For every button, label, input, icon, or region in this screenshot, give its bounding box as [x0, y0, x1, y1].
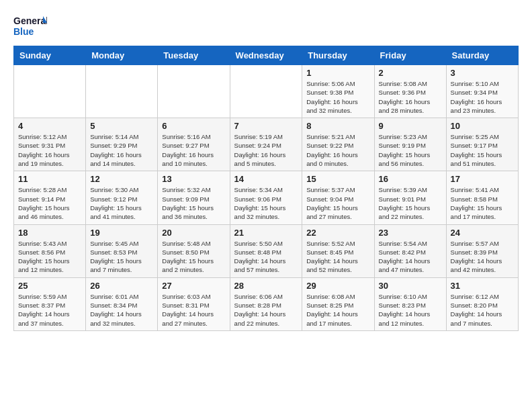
- calendar-cell: 2Sunrise: 5:08 AM Sunset: 9:36 PM Daylig…: [374, 65, 446, 118]
- logo: General Blue: [13, 13, 47, 39]
- day-info: Sunrise: 6:06 AM Sunset: 8:28 PM Dayligh…: [234, 292, 298, 328]
- calendar-cell: 16Sunrise: 5:39 AM Sunset: 9:01 PM Dayli…: [374, 171, 446, 224]
- day-info: Sunrise: 5:21 AM Sunset: 9:22 PM Dayligh…: [306, 132, 369, 168]
- day-info: Sunrise: 5:06 AM Sunset: 9:38 PM Dayligh…: [306, 79, 369, 115]
- day-info: Sunrise: 6:03 AM Sunset: 8:31 PM Dayligh…: [162, 292, 225, 328]
- day-number: 8: [306, 121, 369, 131]
- day-info: Sunrise: 5:16 AM Sunset: 9:27 PM Dayligh…: [162, 132, 225, 168]
- calendar-cell: 12Sunrise: 5:30 AM Sunset: 9:12 PM Dayli…: [86, 171, 158, 224]
- day-number: 29: [306, 281, 369, 291]
- calendar-cell: [14, 65, 86, 118]
- column-header-friday: Friday: [374, 46, 446, 65]
- day-number: 1: [306, 68, 369, 78]
- calendar-cell: 10Sunrise: 5:25 AM Sunset: 9:17 PM Dayli…: [446, 118, 518, 171]
- day-number: 23: [379, 228, 442, 238]
- day-info: Sunrise: 5:08 AM Sunset: 9:36 PM Dayligh…: [379, 79, 442, 115]
- day-info: Sunrise: 5:41 AM Sunset: 8:58 PM Dayligh…: [451, 185, 514, 221]
- day-number: 20: [162, 228, 225, 238]
- calendar-week-row: 18Sunrise: 5:43 AM Sunset: 8:56 PM Dayli…: [14, 224, 519, 277]
- page-header: General Blue: [13, 13, 519, 39]
- day-info: Sunrise: 5:59 AM Sunset: 8:37 PM Dayligh…: [18, 292, 81, 328]
- day-info: Sunrise: 5:30 AM Sunset: 9:12 PM Dayligh…: [90, 185, 153, 221]
- calendar-cell: 9Sunrise: 5:23 AM Sunset: 9:19 PM Daylig…: [374, 118, 446, 171]
- calendar-week-row: 11Sunrise: 5:28 AM Sunset: 9:14 PM Dayli…: [14, 171, 519, 224]
- calendar-header-row: SundayMondayTuesdayWednesdayThursdayFrid…: [14, 46, 519, 65]
- column-header-thursday: Thursday: [302, 46, 374, 65]
- day-info: Sunrise: 5:54 AM Sunset: 8:42 PM Dayligh…: [379, 239, 442, 275]
- calendar-cell: 31Sunrise: 6:12 AM Sunset: 8:20 PM Dayli…: [446, 277, 518, 330]
- calendar-week-row: 25Sunrise: 5:59 AM Sunset: 8:37 PM Dayli…: [14, 277, 519, 330]
- calendar-cell: 11Sunrise: 5:28 AM Sunset: 9:14 PM Dayli…: [14, 171, 86, 224]
- day-number: 7: [234, 121, 298, 131]
- day-number: 17: [451, 174, 514, 184]
- calendar-cell: 13Sunrise: 5:32 AM Sunset: 9:09 PM Dayli…: [158, 171, 230, 224]
- calendar-week-row: 4Sunrise: 5:12 AM Sunset: 9:31 PM Daylig…: [14, 118, 519, 171]
- calendar-cell: 1Sunrise: 5:06 AM Sunset: 9:38 PM Daylig…: [302, 65, 374, 118]
- column-header-wednesday: Wednesday: [230, 46, 302, 65]
- day-number: 25: [18, 281, 81, 291]
- calendar-table: SundayMondayTuesdayWednesdayThursdayFrid…: [13, 46, 519, 331]
- logo-svg: General Blue: [13, 13, 47, 39]
- day-info: Sunrise: 5:19 AM Sunset: 9:24 PM Dayligh…: [234, 132, 298, 168]
- day-number: 16: [379, 174, 442, 184]
- day-info: Sunrise: 5:57 AM Sunset: 8:39 PM Dayligh…: [451, 239, 514, 275]
- day-info: Sunrise: 5:12 AM Sunset: 9:31 PM Dayligh…: [18, 132, 81, 168]
- calendar-cell: 4Sunrise: 5:12 AM Sunset: 9:31 PM Daylig…: [14, 118, 86, 171]
- calendar-cell: 26Sunrise: 6:01 AM Sunset: 8:34 PM Dayli…: [86, 277, 158, 330]
- day-info: Sunrise: 5:45 AM Sunset: 8:53 PM Dayligh…: [90, 239, 153, 275]
- column-header-sunday: Sunday: [14, 46, 86, 65]
- day-number: 28: [234, 281, 298, 291]
- day-number: 10: [451, 121, 514, 131]
- calendar-cell: 6Sunrise: 5:16 AM Sunset: 9:27 PM Daylig…: [158, 118, 230, 171]
- calendar-cell: 21Sunrise: 5:50 AM Sunset: 8:48 PM Dayli…: [230, 224, 302, 277]
- day-number: 9: [379, 121, 442, 131]
- calendar-cell: [86, 65, 158, 118]
- day-info: Sunrise: 5:50 AM Sunset: 8:48 PM Dayligh…: [234, 239, 298, 275]
- calendar-cell: 7Sunrise: 5:19 AM Sunset: 9:24 PM Daylig…: [230, 118, 302, 171]
- day-number: 6: [162, 121, 225, 131]
- calendar-cell: 24Sunrise: 5:57 AM Sunset: 8:39 PM Dayli…: [446, 224, 518, 277]
- day-number: 13: [162, 174, 225, 184]
- calendar-cell: 15Sunrise: 5:37 AM Sunset: 9:04 PM Dayli…: [302, 171, 374, 224]
- svg-text:General: General: [13, 15, 47, 26]
- day-number: 12: [90, 174, 153, 184]
- calendar-cell: 25Sunrise: 5:59 AM Sunset: 8:37 PM Dayli…: [14, 277, 86, 330]
- day-number: 14: [234, 174, 298, 184]
- calendar-cell: 5Sunrise: 5:14 AM Sunset: 9:29 PM Daylig…: [86, 118, 158, 171]
- day-info: Sunrise: 6:08 AM Sunset: 8:25 PM Dayligh…: [306, 292, 369, 328]
- day-info: Sunrise: 5:28 AM Sunset: 9:14 PM Dayligh…: [18, 185, 81, 221]
- calendar-cell: 30Sunrise: 6:10 AM Sunset: 8:23 PM Dayli…: [374, 277, 446, 330]
- calendar-cell: [230, 65, 302, 118]
- column-header-saturday: Saturday: [446, 46, 518, 65]
- day-info: Sunrise: 5:34 AM Sunset: 9:06 PM Dayligh…: [234, 185, 298, 221]
- day-info: Sunrise: 6:12 AM Sunset: 8:20 PM Dayligh…: [451, 292, 514, 328]
- day-number: 30: [379, 281, 442, 291]
- calendar-cell: 20Sunrise: 5:48 AM Sunset: 8:50 PM Dayli…: [158, 224, 230, 277]
- day-info: Sunrise: 6:01 AM Sunset: 8:34 PM Dayligh…: [90, 292, 153, 328]
- day-info: Sunrise: 5:14 AM Sunset: 9:29 PM Dayligh…: [90, 132, 153, 168]
- day-number: 31: [451, 281, 514, 291]
- calendar-cell: 14Sunrise: 5:34 AM Sunset: 9:06 PM Dayli…: [230, 171, 302, 224]
- day-info: Sunrise: 5:23 AM Sunset: 9:19 PM Dayligh…: [379, 132, 442, 168]
- day-number: 15: [306, 174, 369, 184]
- day-info: Sunrise: 6:10 AM Sunset: 8:23 PM Dayligh…: [379, 292, 442, 328]
- svg-text:Blue: Blue: [13, 26, 34, 37]
- calendar-cell: 22Sunrise: 5:52 AM Sunset: 8:45 PM Dayli…: [302, 224, 374, 277]
- day-number: 26: [90, 281, 153, 291]
- column-header-tuesday: Tuesday: [158, 46, 230, 65]
- day-number: 4: [18, 121, 81, 131]
- day-number: 11: [18, 174, 81, 184]
- calendar-cell: 27Sunrise: 6:03 AM Sunset: 8:31 PM Dayli…: [158, 277, 230, 330]
- column-header-monday: Monday: [86, 46, 158, 65]
- day-info: Sunrise: 5:43 AM Sunset: 8:56 PM Dayligh…: [18, 239, 81, 275]
- day-info: Sunrise: 5:25 AM Sunset: 9:17 PM Dayligh…: [451, 132, 514, 168]
- day-info: Sunrise: 5:10 AM Sunset: 9:34 PM Dayligh…: [451, 79, 514, 115]
- day-info: Sunrise: 5:32 AM Sunset: 9:09 PM Dayligh…: [162, 185, 225, 221]
- day-number: 19: [90, 228, 153, 238]
- calendar-cell: 17Sunrise: 5:41 AM Sunset: 8:58 PM Dayli…: [446, 171, 518, 224]
- calendar-cell: 19Sunrise: 5:45 AM Sunset: 8:53 PM Dayli…: [86, 224, 158, 277]
- day-number: 5: [90, 121, 153, 131]
- day-info: Sunrise: 5:52 AM Sunset: 8:45 PM Dayligh…: [306, 239, 369, 275]
- day-number: 18: [18, 228, 81, 238]
- calendar-cell: 29Sunrise: 6:08 AM Sunset: 8:25 PM Dayli…: [302, 277, 374, 330]
